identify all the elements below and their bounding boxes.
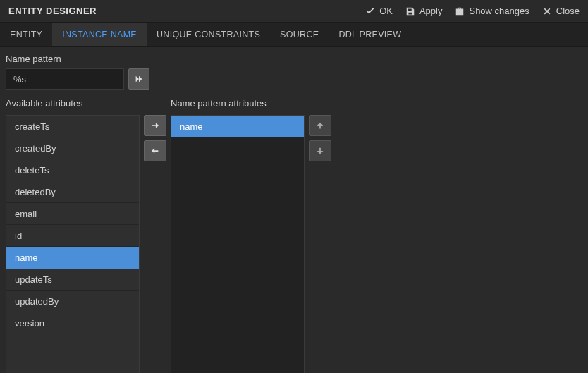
move-right-button[interactable]: [144, 115, 166, 136]
list-item[interactable]: deleteTs: [6, 159, 139, 181]
close-label: Close: [556, 6, 580, 16]
header-buttons: OK Apply Show changes Close: [365, 6, 580, 16]
arrow-down-icon: [315, 146, 325, 156]
list-item[interactable]: name: [171, 116, 304, 137]
chevron-double-right-icon: [134, 74, 144, 84]
apply-label: Apply: [419, 6, 443, 16]
move-down-button[interactable]: [309, 140, 331, 161]
name-pattern-label: Name pattern: [6, 54, 582, 64]
name-pattern-input[interactable]: [6, 68, 124, 90]
available-label: Available attributes: [6, 98, 140, 111]
check-icon: [365, 6, 375, 16]
arrow-right-icon: [150, 121, 160, 130]
pattern-attrs-column: Name pattern attributes name: [171, 98, 305, 373]
arrow-up-icon: [315, 121, 325, 130]
name-pattern-row: [6, 68, 582, 90]
move-up-button[interactable]: [309, 115, 331, 136]
transfer-buttons: [144, 98, 166, 373]
move-left-button[interactable]: [144, 140, 166, 161]
ok-label: OK: [379, 6, 393, 16]
tab-bar: ENTITY INSTANCE NAME UNIQUE CONSTRAINTS …: [0, 23, 588, 47]
order-buttons: [309, 98, 331, 373]
available-list[interactable]: createTscreatedBydeleteTsdeletedByemaili…: [6, 115, 140, 373]
list-item[interactable]: id: [6, 225, 139, 247]
save-icon: [405, 6, 415, 16]
close-button[interactable]: Close: [542, 6, 580, 16]
tab-source[interactable]: SOURCE: [270, 23, 329, 46]
list-item[interactable]: deletedBy: [6, 181, 139, 203]
tab-instance-name[interactable]: INSTANCE NAME: [52, 23, 147, 46]
apply-button[interactable]: Apply: [405, 6, 443, 16]
tab-unique-constraints[interactable]: UNIQUE CONSTRAINTS: [147, 23, 270, 46]
arrow-left-icon: [150, 146, 160, 156]
pattern-attrs-label: Name pattern attributes: [171, 98, 305, 111]
pattern-attrs-list[interactable]: name: [171, 115, 305, 373]
window-header: ENTITY DESIGNER OK Apply Show changes Cl…: [0, 0, 588, 23]
content-area: Name pattern Available attributes create…: [0, 47, 588, 373]
columns: Available attributes createTscreatedByde…: [6, 98, 582, 373]
window-title: ENTITY DESIGNER: [8, 6, 97, 16]
close-icon: [542, 6, 552, 16]
briefcase-icon: [455, 6, 465, 16]
show-changes-button[interactable]: Show changes: [455, 6, 529, 16]
list-item[interactable]: createTs: [6, 116, 139, 137]
tab-entity[interactable]: ENTITY: [0, 23, 52, 46]
list-item[interactable]: version: [6, 312, 139, 334]
expand-pattern-button[interactable]: [128, 68, 149, 90]
show-changes-label: Show changes: [469, 6, 529, 16]
list-item[interactable]: updatedBy: [6, 291, 139, 312]
list-item[interactable]: email: [6, 203, 139, 225]
list-item[interactable]: createdBy: [6, 137, 139, 159]
list-item[interactable]: updateTs: [6, 269, 139, 291]
tab-ddl-preview[interactable]: DDL PREVIEW: [329, 23, 411, 46]
list-item[interactable]: name: [6, 247, 139, 269]
available-column: Available attributes createTscreatedByde…: [6, 98, 140, 373]
ok-button[interactable]: OK: [365, 6, 393, 16]
